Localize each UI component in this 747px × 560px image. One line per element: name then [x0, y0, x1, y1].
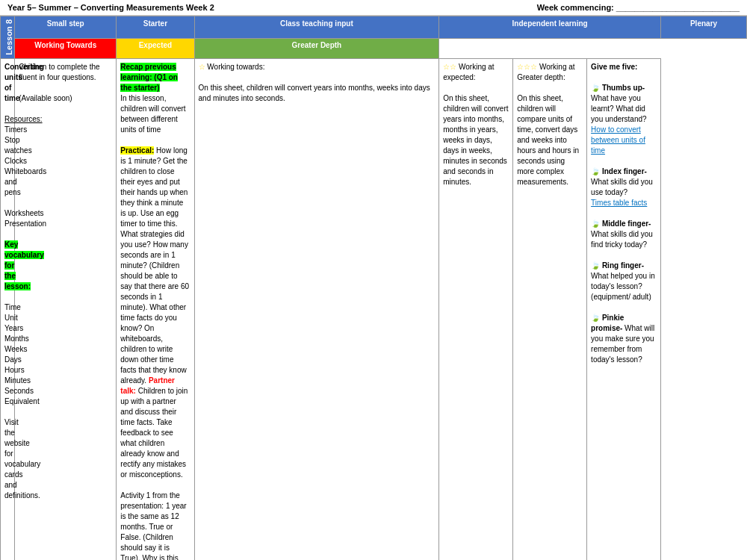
- column-header-row: Lesson 8 Small step Starter Class teachi…: [1, 16, 747, 39]
- starter-available: (Available soon): [19, 93, 112, 104]
- working-text: On this sheet, children will convert yea…: [199, 83, 436, 104]
- col-header-starter: Starter: [117, 16, 194, 39]
- thumb-block: 🍃 Thumbs up-What have you learnt? What d…: [591, 83, 657, 156]
- starter-text: Children to complete the fluent in four …: [19, 62, 112, 83]
- small-step-cell: Converting units of time Resources: Time…: [1, 58, 15, 560]
- vocab-list: TimeUnitYearsMonthsWeeksDaysHoursMinutes…: [4, 292, 10, 407]
- working-towards-cell: ☆ Working towards: On this sheet, childr…: [194, 58, 439, 560]
- working-towards-header: Working Towards: [15, 38, 117, 58]
- greater-depth-header: Greater Depth: [194, 38, 439, 58]
- expected-text: On this sheet, children will convert yea…: [443, 93, 509, 187]
- expected-header: Expected: [117, 38, 194, 58]
- teaching-cell: Recap previous learning: (Q1 on the star…: [117, 58, 194, 560]
- col-header-independent: Independent learning: [439, 16, 661, 39]
- header-left: Year 5– Summer – Converting Measurements…: [7, 3, 214, 12]
- greater-text: On this sheet, children will compare uni…: [517, 93, 583, 187]
- vocab-label: Key vocabulary for the lesson:: [4, 240, 10, 292]
- header: Year 5– Summer – Converting Measurements…: [0, 0, 747, 16]
- working-stars: ☆ Working towards:: [199, 62, 436, 72]
- col-header-small-step: Small step: [15, 16, 117, 39]
- expected-stars: ☆☆ Working at expected:: [443, 62, 509, 83]
- middle-block: 🍃 Middle finger-What skills did you find…: [591, 219, 657, 250]
- main-content-row: Converting units of time Resources: Time…: [1, 58, 747, 560]
- col-header-plenary: Plenary: [661, 16, 747, 39]
- teaching-intro: In this lesson, children will convert be…: [120, 93, 190, 135]
- practical-block: Practical: How long is 1 minute? Get the…: [120, 146, 190, 480]
- plenary-cell: Give me five: 🍃 Thumbs up-What have you …: [587, 58, 661, 560]
- ring-block: 🍃 Ring finger-What helped you in today's…: [591, 261, 657, 302]
- lesson-label: Lesson 8: [4, 19, 13, 55]
- recap-label: Recap previous learning: (Q1 on the star…: [120, 62, 190, 93]
- page-wrapper: Year 5– Summer – Converting Measurements…: [0, 0, 747, 560]
- ind-sub-header-row: Working Towards Expected Greater Depth: [1, 38, 747, 58]
- main-table: Lesson 8 Small step Starter Class teachi…: [0, 16, 747, 560]
- greater-depth-cell: ☆☆☆ Working at Greater depth: On this sh…: [513, 58, 587, 560]
- pinkie-block: 🍃 Pinkie promise- What will you make sur…: [591, 313, 657, 365]
- resources-list: TimersStop watchesClocksWhiteboards and …: [4, 125, 10, 229]
- plenary-title: Give me five:: [591, 62, 657, 72]
- header-right: Week commencing: _______________________…: [537, 3, 740, 12]
- resources-label: Resources:: [4, 114, 10, 125]
- starter-cell: Children to complete the fluent in four …: [15, 58, 117, 560]
- col-header-teaching: Class teaching input: [194, 16, 439, 39]
- lesson-label-cell: Lesson 8: [1, 16, 15, 59]
- visit-note: Visit the website for vocabulary cards a…: [4, 417, 10, 501]
- greater-stars: ☆☆☆ Working at Greater depth:: [517, 62, 583, 83]
- expected-cell: ☆☆ Working at expected: On this sheet, c…: [439, 58, 513, 560]
- activity1-block: Activity 1 from the presentation: 1 year…: [120, 491, 190, 560]
- index-block: 🍃 Index finger-What skills did you use t…: [591, 167, 657, 208]
